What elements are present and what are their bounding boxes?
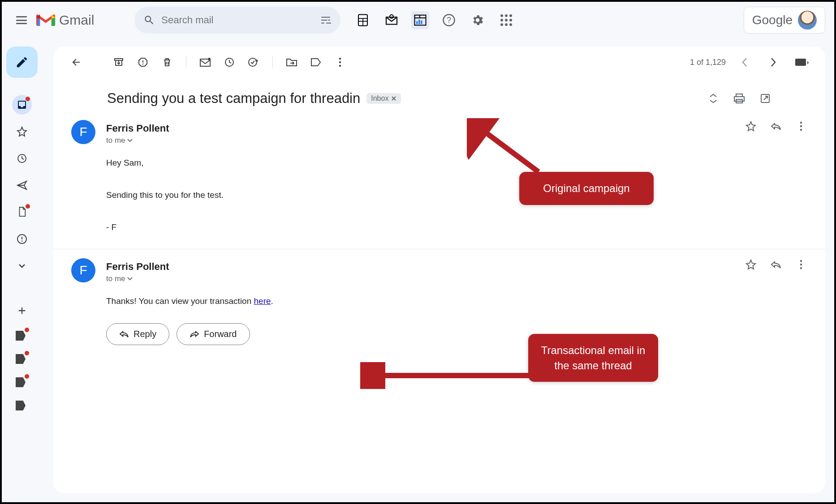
reply-pill-button[interactable]: Reply — [106, 323, 169, 345]
msg-greeting: Hey Sam, — [106, 155, 807, 171]
compose-button[interactable] — [6, 47, 38, 78]
forward-icon — [190, 330, 199, 338]
label-tag-icon — [16, 331, 26, 341]
task-icon — [248, 56, 259, 68]
settings-icon[interactable] — [469, 11, 487, 29]
apps-launcher-icon[interactable] — [497, 11, 515, 29]
prev-button[interactable] — [735, 52, 754, 72]
next-button[interactable] — [763, 52, 783, 72]
msg-body-suffix: . — [271, 296, 273, 306]
back-button[interactable] — [67, 52, 86, 72]
sidebar — [2, 38, 42, 502]
analytics-ext-icon[interactable] — [411, 11, 429, 29]
svg-point-37 — [800, 264, 802, 265]
forward-pill-button[interactable]: Forward — [177, 323, 250, 345]
sender-name[interactable]: Ferris Pollent — [106, 261, 169, 273]
svg-rect-18 — [115, 59, 123, 60]
collapse-all-button[interactable] — [707, 92, 720, 105]
annotation-callout-1: Original campaign — [519, 172, 654, 205]
more-button[interactable] — [330, 52, 350, 72]
sender-avatar[interactable]: F — [71, 258, 95, 282]
sidebar-label-4[interactable] — [12, 397, 32, 414]
reply-actions: Reply Forward — [106, 323, 807, 345]
report-spam-button[interactable] — [133, 52, 153, 72]
mail-ext-icon[interactable] — [383, 11, 401, 29]
annotation-text-2: Transactional email in the same thread — [541, 344, 646, 372]
sheets-ext-icon[interactable] — [354, 11, 372, 29]
sidebar-new-label[interactable] — [12, 301, 32, 320]
more-vert-icon — [339, 57, 341, 67]
svg-point-26 — [339, 61, 341, 63]
star-button[interactable] — [745, 120, 757, 132]
unread-badge — [25, 374, 29, 379]
sidebar-more[interactable] — [12, 256, 32, 276]
close-icon[interactable] — [391, 96, 396, 101]
more-vert-icon — [800, 260, 802, 269]
move-to-button[interactable] — [282, 52, 302, 72]
reply-button[interactable] — [770, 120, 782, 132]
print-icon — [733, 93, 745, 104]
svg-rect-11 — [421, 21, 422, 24]
svg-point-36 — [800, 260, 802, 262]
search-input[interactable] — [161, 14, 320, 26]
send-icon — [17, 180, 27, 191]
svg-rect-28 — [795, 59, 806, 66]
profile-avatar[interactable] — [798, 11, 817, 30]
delete-button[interactable] — [157, 52, 177, 72]
sidebar-starred[interactable] — [12, 122, 32, 141]
sidebar-spam[interactable] — [12, 229, 32, 249]
sidebar-label-2[interactable] — [12, 350, 32, 368]
labels-button[interactable] — [306, 52, 326, 72]
annotation-text-1: Original campaign — [543, 182, 629, 194]
recipient-row[interactable]: to me — [106, 136, 807, 145]
unread-badge — [26, 204, 30, 209]
svg-point-38 — [800, 267, 802, 269]
recipient-row[interactable]: to me — [106, 274, 807, 283]
help-icon[interactable]: ? — [440, 11, 458, 29]
sidebar-label-3[interactable] — [12, 373, 32, 391]
star-button[interactable] — [745, 258, 757, 271]
label-tag-icon — [16, 377, 26, 387]
reply-button[interactable] — [770, 258, 782, 271]
sidebar-snoozed[interactable] — [12, 149, 32, 168]
report-icon — [138, 57, 148, 68]
sidebar-label-1[interactable] — [12, 327, 32, 345]
sidebar-drafts[interactable] — [12, 202, 32, 222]
account-chip[interactable]: Google — [744, 7, 825, 34]
arrow-left-icon — [71, 57, 82, 68]
archive-button[interactable] — [109, 52, 129, 72]
transaction-link[interactable]: here — [254, 296, 271, 306]
more-vert-icon — [800, 121, 802, 131]
star-icon — [17, 126, 27, 137]
main-menu-button[interactable] — [11, 9, 32, 31]
message-body: Hey Sam, Sending this to you for the tes… — [106, 155, 807, 235]
folder-move-icon — [286, 57, 297, 67]
add-task-button[interactable] — [244, 52, 263, 72]
collapse-icon — [708, 93, 718, 104]
archive-icon — [113, 57, 124, 68]
mark-unread-button[interactable] — [195, 52, 215, 72]
gmail-m-icon — [36, 13, 56, 28]
open-new-window-button[interactable] — [759, 92, 771, 105]
reply-label: Reply — [134, 329, 156, 339]
snooze-button[interactable] — [220, 52, 239, 72]
msg-more-button[interactable] — [795, 120, 807, 132]
draft-icon — [17, 206, 27, 218]
print-button[interactable] — [733, 92, 746, 105]
search-options-icon[interactable] — [320, 14, 332, 26]
sender-name[interactable]: Ferris Pollent — [106, 123, 169, 134]
annotation-callout-2: Transactional email in the same thread — [528, 334, 658, 382]
inbox-label-chip[interactable]: Inbox — [366, 93, 401, 104]
search-bar[interactable] — [134, 7, 340, 34]
to-text: to me — [106, 274, 125, 283]
sender-avatar[interactable]: F — [71, 120, 95, 144]
input-tools-button[interactable] — [792, 52, 812, 72]
dropdown-caret-icon — [127, 277, 133, 281]
pencil-icon — [15, 56, 29, 69]
gmail-logo-area[interactable]: Gmail — [36, 13, 94, 28]
star-outline-icon — [746, 259, 756, 270]
sidebar-sent[interactable] — [12, 175, 32, 195]
sidebar-inbox[interactable] — [12, 95, 32, 115]
msg-more-button[interactable] — [795, 258, 807, 271]
search-icon — [143, 14, 155, 26]
